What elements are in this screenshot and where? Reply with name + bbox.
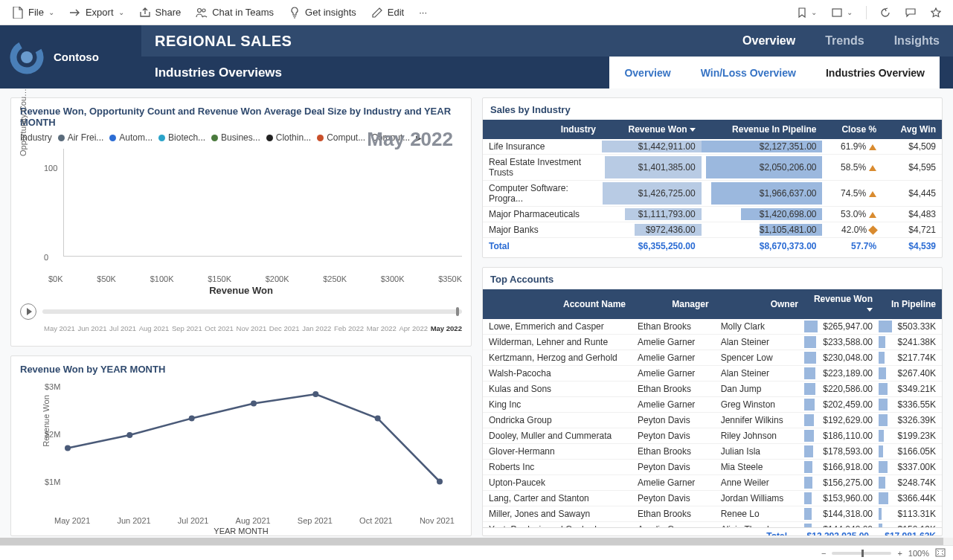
sub-tab[interactable]: Industries Overview — [811, 57, 940, 88]
top-tab-trends[interactable]: Trends — [825, 34, 864, 48]
file-menu[interactable]: File ⌄ — [6, 4, 60, 22]
table-row[interactable]: Major Banks$972,436.00$1,105,481.0042.0%… — [483, 222, 942, 238]
svg-point-4 — [21, 51, 33, 63]
table-row[interactable]: Kertzmann, Herzog and GerholdAmelie Garn… — [483, 350, 942, 366]
svg-point-11 — [437, 479, 443, 485]
visual-title: Revenue Won by YEAR MONTH — [20, 364, 462, 375]
share-button[interactable]: Share — [133, 4, 187, 22]
table-row[interactable]: Walsh-PacochaAmelie GarnerAlan Steiner$2… — [483, 366, 942, 382]
play-button[interactable] — [20, 303, 36, 320]
brand-name: Contoso — [54, 51, 99, 63]
table-row[interactable]: Real Estate Investment Trusts$1,401,385.… — [483, 155, 942, 181]
legend-item[interactable]: Air Frei... — [58, 132, 104, 143]
svg-point-9 — [312, 391, 318, 397]
svg-point-6 — [126, 432, 132, 438]
teams-icon — [196, 7, 208, 19]
table-row[interactable]: Lowe, Emmerich and CasperEthan BrooksMol… — [483, 319, 942, 335]
bookmark-menu[interactable]: ⌄ — [792, 4, 823, 21]
visual-title: Sales by Industry — [483, 104, 942, 120]
page-subtitle: Industries Overviews — [155, 65, 282, 80]
svg-rect-12 — [936, 549, 945, 556]
svg-rect-2 — [832, 9, 841, 16]
edit-button[interactable]: Edit — [365, 4, 410, 22]
svg-point-5 — [65, 445, 71, 451]
svg-point-0 — [198, 8, 202, 12]
table-row[interactable]: Dooley, Muller and CummerataPeyton Davis… — [483, 428, 942, 444]
report-title: REGIONAL SALES — [155, 33, 292, 50]
table-row[interactable]: Ondricka GroupPeyton DavisJennifer Wilki… — [483, 413, 942, 428]
favorite-button[interactable] — [925, 4, 947, 21]
table-row[interactable]: Life Insurance$1,442,911.00$2,127,351.00… — [483, 139, 942, 155]
visual-title: Top Accounts — [483, 274, 942, 289]
table-row[interactable]: Computer Software: Progra...$1,426,725.0… — [483, 181, 942, 207]
brand-logo — [9, 39, 45, 75]
table-row[interactable]: Miller, Jones and SawaynEthan BrooksRene… — [483, 506, 942, 522]
legend-item[interactable]: Comput... — [317, 132, 365, 143]
status-bar: − + 100% — [0, 545, 953, 560]
table-row[interactable]: Glover-HermannEthan BrooksJulian Isla$17… — [483, 444, 942, 460]
industry-table: IndustryRevenue WonRevenue In PipelineCl… — [483, 120, 942, 254]
export-menu[interactable]: Export ⌄ — [63, 4, 130, 22]
horizontal-scrollbar[interactable] — [0, 538, 953, 545]
table-row[interactable]: Yost, Predovic and GaylordAmelie GarnerA… — [483, 522, 942, 528]
zoom-in-button[interactable]: + — [897, 549, 902, 558]
table-row[interactable]: Roberts IncPeyton DavisMia Steele$166,91… — [483, 460, 942, 475]
chevron-down-icon: ⌄ — [118, 8, 124, 16]
table-row[interactable]: Major Pharmaceuticals$1,111,793.00$1,420… — [483, 207, 942, 222]
legend-item[interactable]: Biotech... — [158, 132, 205, 143]
table-row[interactable]: King IncAmelie GarnerGreg Winston$202,45… — [483, 397, 942, 413]
zoom-value: 100% — [908, 549, 929, 558]
top-tab-insights[interactable]: Insights — [894, 34, 940, 48]
svg-point-10 — [375, 416, 381, 422]
chat-teams-button[interactable]: Chat in Teams — [190, 4, 280, 22]
share-icon — [139, 7, 151, 19]
logo-area: Contoso — [0, 25, 141, 88]
legend-item[interactable]: Autom... — [109, 132, 153, 143]
file-icon — [12, 7, 24, 19]
zoom-out-button[interactable]: − — [821, 549, 826, 558]
top-tab-overview[interactable]: Overview — [742, 34, 795, 48]
scatter-visual[interactable]: Revenue Won, Opportunity Count and Reven… — [10, 97, 472, 347]
dashboard-body: Revenue Won, Opportunity Count and Reven… — [0, 88, 953, 545]
more-menu[interactable]: ··· — [413, 4, 433, 21]
top-accounts-visual[interactable]: Top Accounts Account NameManagerOwnerRev… — [482, 267, 943, 536]
sub-tab[interactable]: Overview — [609, 57, 685, 88]
toolbar: File ⌄ Export ⌄ Share Chat in Teams Get … — [0, 0, 953, 25]
play-axis-label: May 2022 — [367, 128, 453, 151]
legend-item[interactable]: Busines... — [211, 132, 260, 143]
line-chart-visual[interactable]: Revenue Won by YEAR MONTH Revenue Won $3… — [10, 355, 472, 536]
legend-item[interactable]: Clothin... — [266, 132, 311, 143]
pencil-icon — [371, 7, 383, 19]
sub-tab[interactable]: Win/Loss Overview — [686, 57, 811, 88]
table-row[interactable]: Upton-PaucekAmelie GarnerAnne Weiler$156… — [483, 475, 942, 491]
svg-point-8 — [251, 401, 257, 407]
svg-point-1 — [202, 9, 205, 12]
lightbulb-icon — [289, 7, 301, 19]
visual-title: Revenue Won, Opportunity Count and Reven… — [20, 106, 462, 128]
export-icon — [69, 7, 81, 19]
table-row[interactable]: Lang, Carter and StantonPeyton DavisJord… — [483, 491, 942, 506]
report-header: Contoso REGIONAL SALES OverviewTrendsIns… — [0, 25, 953, 88]
comment-button[interactable] — [899, 4, 922, 21]
insights-button[interactable]: Get insights — [283, 4, 362, 22]
play-axis — [20, 303, 462, 320]
time-slider[interactable] — [42, 309, 462, 314]
scatter-plot-area: Opportunity Cou… 100 0 — [44, 149, 462, 271]
sales-by-industry-visual[interactable]: Sales by Industry IndustryRevenue WonRev… — [482, 97, 943, 258]
table-row[interactable]: Wilderman, Lehner and RunteAmelie Garner… — [483, 335, 942, 350]
view-menu[interactable]: ⌄ — [826, 5, 859, 20]
chevron-down-icon: ⌄ — [48, 8, 54, 16]
refresh-button[interactable] — [874, 4, 896, 21]
svg-point-7 — [189, 416, 195, 422]
fit-page-button[interactable] — [935, 548, 946, 559]
zoom-slider[interactable] — [832, 552, 891, 555]
table-row[interactable]: Kulas and SonsEthan BrooksDan Jump$220,5… — [483, 382, 942, 397]
accounts-table: Account NameManagerOwnerRevenue WonIn Pi… — [483, 289, 942, 527]
line-plot-area: Revenue Won $3M $2M $1M — [45, 379, 462, 513]
